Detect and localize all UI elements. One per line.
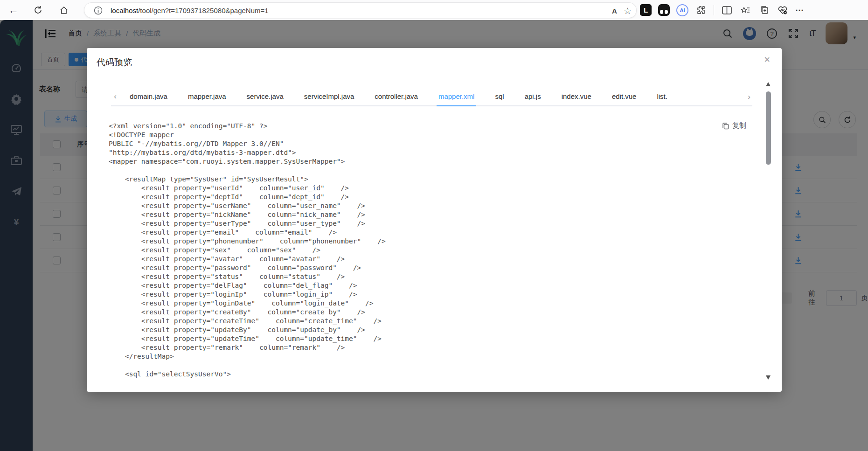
dialog-title: 代码预览 [97,56,132,69]
extension-l-icon[interactable]: L [640,4,652,16]
code-content: <?xml version="1.0" encoding="UTF-8" ?> … [109,122,734,381]
tab-api-js[interactable]: api.js [514,88,551,105]
home-icon[interactable] [56,2,72,18]
chevron-left-icon[interactable]: ‹ [111,92,119,101]
read-aloud-icon[interactable]: A [612,7,617,15]
close-icon[interactable]: × [764,55,770,65]
tab-edit-vue[interactable]: edit.vue [602,88,647,105]
tab-index-vue[interactable]: index.vue [551,88,602,105]
extension-dots-icon[interactable] [658,4,670,16]
split-screen-icon[interactable] [721,4,733,16]
tab-domain-java[interactable]: domain.java [119,88,178,105]
collections-icon[interactable] [758,4,770,16]
tab-list-vue[interactable]: list. [646,88,669,105]
extensions-puzzle-icon[interactable] [695,4,707,16]
favorites-icon[interactable] [739,4,751,16]
back-icon[interactable]: ← [6,2,21,18]
url-text[interactable]: localhost/tool/gen?t=1709371825080&pageN… [111,7,269,14]
toolbar-divider [714,5,714,15]
code-preview-dialog: 代码预览 × ‹ domain.java mapper.java service… [87,48,782,392]
copy-label: 复制 [732,121,746,130]
refresh-icon[interactable] [30,2,46,18]
chevron-right-icon[interactable]: › [745,88,753,106]
extension-strip: L Ai ⋯ [640,0,805,20]
url-path: /tool/gen?t=1709371825080&pageNum=1 [138,7,268,14]
tab-controller-java[interactable]: controller.java [364,88,428,105]
tab-mapper-xml[interactable]: mapper.xml [428,88,485,105]
url-host: localhost [111,7,138,14]
scroll-up-icon[interactable] [766,82,771,86]
more-icon[interactable]: ⋯ [795,5,805,15]
code-tabs: ‹ domain.java mapper.java service.java s… [111,88,752,106]
scroll-down-icon[interactable] [766,375,771,380]
address-bar[interactable]: localhost/tool/gen?t=1709371825080&pageN… [84,2,637,18]
scrollbar-thumb[interactable] [766,91,771,165]
extension-ai-icon[interactable]: Ai [676,4,688,16]
info-icon[interactable] [90,2,106,18]
browser-essentials-icon[interactable] [777,4,789,16]
tab-service-java[interactable]: service.java [236,88,294,105]
tab-serviceimpl-java[interactable]: serviceImpl.java [294,88,365,105]
screen: ← localhost/tool/gen?t=1709371825080&pag… [0,0,868,451]
tab-mapper-java[interactable]: mapper.java [178,88,236,105]
star-icon[interactable]: ☆ [624,6,632,16]
scrollbar [766,80,771,381]
tab-sql[interactable]: sql [485,88,514,105]
browser-toolbar: ← localhost/tool/gen?t=1709371825080&pag… [0,0,868,20]
